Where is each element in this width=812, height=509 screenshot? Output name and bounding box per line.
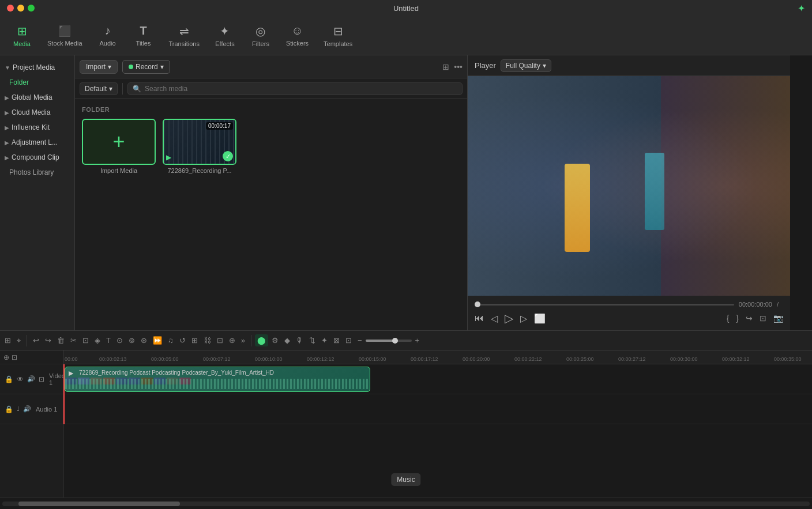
sidebar-item-global-media[interactable]: ▶ Global Media [0,90,74,105]
add-to-timeline-button[interactable]: ↪ [746,314,753,323]
close-button[interactable] [7,5,14,12]
sidebar-item-adjustment[interactable]: ▶ Adjustment L... [0,135,74,150]
group-tool[interactable]: ⊡ [215,334,225,346]
maximize-button[interactable] [28,5,35,12]
more-options-icon[interactable]: ••• [454,62,463,71]
toolbar-audio[interactable]: ♪ Audio [91,21,125,50]
import-label: Import [86,63,106,71]
filter-icon[interactable]: ⊞ [442,62,449,71]
record-button[interactable]: Record ▾ [122,60,170,74]
search-bar[interactable]: 🔍 [127,82,463,95]
sidebar-item-influence-kit[interactable]: ▶ Influence Kit [0,120,74,135]
video-preview-icon[interactable]: ⊡ [39,375,44,383]
sidebar-item-compound-clip[interactable]: ▶ Compound Clip [0,150,74,165]
toolbar-filters-label: Filters [252,40,269,47]
link-tool[interactable]: ⛓ [201,334,213,346]
video-mute-icon[interactable]: 🔊 [27,375,35,383]
filter-default-button[interactable]: Default ▾ [80,82,118,95]
quality-selector[interactable]: Full Quality ▾ [501,59,551,72]
import-track-icon[interactable]: ⊡ [12,353,17,361]
ai-cut-tool[interactable]: ✦ [319,334,330,346]
progress-track[interactable] [475,304,734,306]
import-button[interactable]: Import ▾ [80,60,118,74]
progress-indicator [475,301,480,307]
delete-button[interactable]: 🗑 [55,334,67,346]
out-point-button[interactable]: } [736,314,739,323]
frame-forward-button[interactable]: ▷ [520,313,527,324]
screenshot-button[interactable]: ⊡ [760,314,766,323]
toolbar-transitions[interactable]: ⇌ Transitions [162,21,206,51]
audio-tool[interactable]: ♫ [166,334,176,346]
select-tool[interactable]: ⌖ [14,334,23,347]
video-thumbnail[interactable]: 00:00:17 ▶ ✓ [163,119,236,165]
snapshot-tl-tool[interactable]: ⊠ [331,334,342,346]
minimize-button[interactable] [17,5,24,12]
audio-mute-icon[interactable]: 🔊 [23,405,31,413]
audio-track [63,394,812,424]
toolbar-titles[interactable]: T Titles [126,21,161,50]
redo-button[interactable]: ↪ [43,334,54,346]
toolbar-media[interactable]: ⊞ Media [5,21,39,51]
sync-tool[interactable]: ⇅ [307,334,318,346]
toolbar-stock-media[interactable]: ⬛ Stock Media [40,21,89,50]
sidebar-item-project-media[interactable]: ▼ Project Media [0,60,74,75]
settings-tool[interactable]: ⚙ [269,334,281,346]
toolbar-stickers[interactable]: ☺ Stickers [279,21,315,50]
plus-button[interactable]: + [413,334,422,346]
clip-play-icon: ▶ [69,370,73,377]
speed-tool[interactable]: ⏩ [151,334,164,346]
clip-waveform [65,379,370,389]
pan-tool[interactable]: ⊛ [138,334,149,346]
add-media-thumbnail[interactable]: + [82,119,156,165]
video-media-item[interactable]: 00:00:17 ▶ ✓ 722869_Recording P... [163,119,236,174]
split-button[interactable]: ✂ [68,334,79,346]
clock-tool[interactable]: ⊙ [114,334,125,346]
timeline-tracks-area[interactable]: 00:00 00:00:02:13 00:00:05:00 00:00:07:1… [63,350,812,497]
mic-tool[interactable]: 🎙 [294,334,306,346]
in-point-button[interactable]: { [727,314,730,323]
toolbar-effects[interactable]: ✦ Effects [208,21,242,51]
video-lock-icon[interactable]: 🔒 [5,375,13,383]
scrollbar-track[interactable] [2,502,810,506]
video-visibility-icon[interactable]: 👁 [17,375,24,383]
zoom-slider[interactable] [366,340,412,342]
preview-progress-bar[interactable]: 00:00:00:00 / [475,301,783,308]
toolbar-templates[interactable]: ⊟ Templates [317,21,359,51]
active-track-indicator[interactable]: ⬤ [255,334,268,346]
play-button[interactable]: ▷ [505,311,513,325]
go-to-start-button[interactable]: ⏮ [475,313,484,323]
undo-button[interactable]: ↩ [31,334,42,346]
sidebar-item-photos-library[interactable]: Photos Library [0,165,74,180]
add-track-icon[interactable]: ⊕ [3,353,9,361]
resize-tool[interactable]: ⊞ [189,334,200,346]
add-media-item[interactable]: + Import Media [82,119,156,174]
audio-lock-icon[interactable]: 🔒 [5,405,13,413]
audio-visibility-icon[interactable]: ♩ [17,405,20,413]
select-all-tool[interactable]: ⊞ [2,334,13,346]
frame-back-button[interactable]: ◁ [491,313,498,324]
sidebar-folder-label: Folder [9,78,29,86]
sidebar-item-folder[interactable]: Folder [0,75,74,90]
layout-tool[interactable]: ⊡ [343,334,354,346]
fullscreen-button[interactable]: ⬜ [534,313,546,324]
minus-button[interactable]: − [355,334,364,346]
sidebar-photos-library-label: Photos Library [9,168,54,176]
crop-tool[interactable]: ◈ [92,334,103,346]
keyframe-tool[interactable]: ◆ [282,334,292,346]
video-play-icon: ▶ [166,153,171,161]
trim-button[interactable]: ⊡ [80,334,91,346]
video-clip[interactable]: ▶ 722869_Recording Podcast Podcasting Po… [65,367,370,392]
rotate-tool[interactable]: ↺ [177,334,188,346]
bottom-scrollbar[interactable] [0,497,812,509]
window-controls[interactable] [7,5,35,12]
audio-track-name: Audio 1 [36,406,57,413]
more-tools-button[interactable]: » [239,334,247,346]
player-label: Player [475,61,496,70]
composite-tool[interactable]: ⊕ [227,334,238,346]
mask-tool[interactable]: ⊚ [126,334,137,346]
text-tool[interactable]: T [104,334,113,346]
sidebar-item-cloud-media[interactable]: ▶ Cloud Media [0,105,74,120]
toolbar-filters[interactable]: ◎ Filters [243,21,278,51]
snapshot-button[interactable]: 📷 [773,314,783,323]
search-input[interactable] [145,85,457,93]
